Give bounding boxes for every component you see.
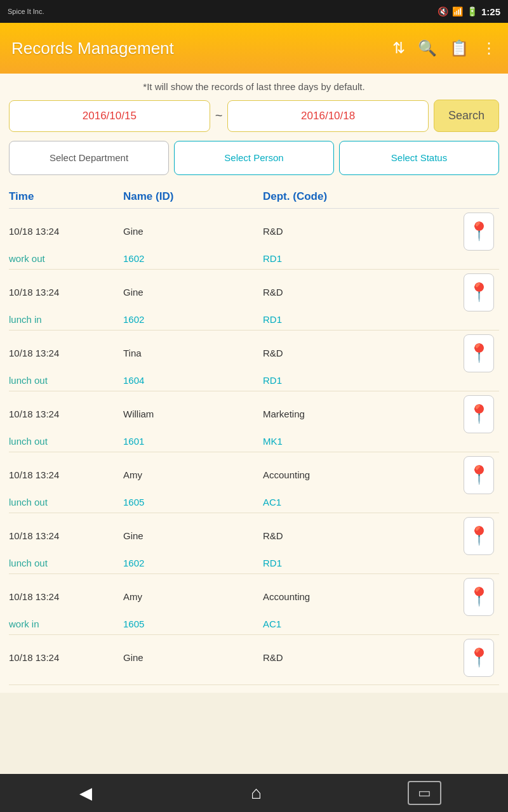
location-button-wrap: 📍 [458, 456, 499, 494]
location-button-wrap: 📍 [458, 273, 499, 311]
record-id: 1604 [123, 375, 263, 386]
back-button[interactable]: ◀ [67, 778, 105, 808]
clipboard-icon[interactable]: 📋 [450, 39, 469, 57]
location-button-wrap: 📍 [458, 213, 499, 251]
location-button-wrap: 📍 [458, 334, 499, 372]
location-button[interactable]: 📍 [464, 213, 494, 251]
record-time: 10/18 13:24 [9, 652, 123, 663]
table-row: 10/18 13:24 Amy Accounting 📍 work in 160… [9, 574, 499, 635]
record-status: lunch in [9, 314, 123, 325]
col-header-name: Name (ID) [123, 190, 263, 203]
location-button[interactable]: 📍 [464, 395, 494, 433]
record-deptcode: MK1 [263, 436, 499, 447]
content-area: *It will show the records of last three … [0, 74, 508, 693]
date-from-input[interactable] [9, 100, 210, 132]
more-icon[interactable]: ⋮ [481, 39, 497, 57]
record-id: 1602 [123, 253, 263, 264]
record-status: lunch out [9, 558, 123, 568]
record-dept: R&D [263, 530, 458, 541]
record-deptcode: AC1 [263, 497, 499, 508]
location-button[interactable]: 📍 [464, 456, 494, 494]
records-list: 10/18 13:24 Gine R&D 📍 work out 1602 RD1… [9, 209, 499, 685]
table-row: 10/18 13:24 Gine R&D 📍 [9, 635, 499, 685]
record-dept: R&D [263, 348, 458, 358]
table-row: 10/18 13:24 Gine R&D 📍 work out 1602 RD1 [9, 209, 499, 270]
record-name: Gine [123, 652, 263, 663]
record-status: work out [9, 253, 123, 264]
search-button[interactable]: Search [434, 100, 499, 132]
record-time: 10/18 13:24 [9, 287, 123, 298]
location-button-wrap: 📍 [458, 395, 499, 433]
col-header-time: Time [9, 190, 123, 203]
table-row: 10/18 13:24 William Marketing 📍 lunch ou… [9, 391, 499, 452]
record-id: 1601 [123, 436, 263, 447]
record-deptcode: RD1 [263, 375, 499, 386]
pin-icon: 📍 [468, 464, 490, 485]
record-name: William [123, 409, 263, 419]
table-row: 10/18 13:24 Amy Accounting 📍 lunch out 1… [9, 452, 499, 513]
record-dept: Accounting [263, 591, 458, 602]
recent-button[interactable]: ▭ [408, 781, 441, 805]
record-name: Gine [123, 287, 263, 298]
record-status: lunch out [9, 436, 123, 447]
record-time: 10/18 13:24 [9, 409, 123, 419]
pin-icon: 📍 [468, 282, 490, 303]
record-id: 1602 [123, 314, 263, 325]
location-button[interactable]: 📍 [464, 517, 494, 555]
record-name: Amy [123, 591, 263, 602]
record-dept: R&D [263, 287, 458, 298]
home-button[interactable]: ⌂ [238, 778, 274, 808]
select-status-button[interactable]: Select Status [339, 141, 499, 175]
location-button[interactable]: 📍 [464, 273, 494, 311]
record-id: 1605 [123, 497, 263, 508]
record-status: lunch out [9, 497, 123, 508]
clock: 1:25 [481, 6, 500, 17]
swap-icon[interactable]: ⇅ [392, 39, 405, 57]
info-text: *It will show the records of last three … [9, 81, 499, 92]
table-row: 10/18 13:24 Tina R&D 📍 lunch out 1604 RD… [9, 331, 499, 391]
top-bar: Records Management ⇅ 🔍 📋 ⋮ [0, 23, 508, 74]
record-id: 1605 [123, 619, 263, 629]
app-name-status: Spice It Inc. [8, 8, 44, 15]
pin-icon: 📍 [468, 221, 490, 242]
mute-icon: 🔇 [438, 6, 448, 16]
wifi-icon: 📶 [452, 6, 463, 16]
record-deptcode: RD1 [263, 253, 499, 264]
bottom-nav: ◀ ⌂ ▭ [0, 774, 508, 812]
record-deptcode: RD1 [263, 558, 499, 568]
table-row: 10/18 13:24 Gine R&D 📍 lunch in 1602 RD1 [9, 270, 499, 331]
record-name: Gine [123, 530, 263, 541]
pin-icon: 📍 [468, 343, 490, 363]
table-row: 10/18 13:24 Gine R&D 📍 lunch out 1602 RD… [9, 513, 499, 574]
record-name: Gine [123, 226, 263, 237]
select-person-button[interactable]: Select Person [174, 141, 334, 175]
pin-icon: 📍 [468, 525, 490, 546]
battery-icon: 🔋 [467, 6, 478, 16]
record-dept: Accounting [263, 469, 458, 480]
record-time: 10/18 13:24 [9, 348, 123, 358]
location-button[interactable]: 📍 [464, 578, 494, 616]
location-button[interactable]: 📍 [464, 639, 494, 677]
record-time: 10/18 13:24 [9, 591, 123, 602]
record-dept: Marketing [263, 409, 458, 419]
record-deptcode: AC1 [263, 619, 499, 629]
record-status: work in [9, 619, 123, 629]
record-deptcode: RD1 [263, 314, 499, 325]
status-bar: Spice It Inc. 🔇 📶 🔋 1:25 [0, 0, 508, 23]
record-time: 10/18 13:24 [9, 226, 123, 237]
pin-icon: 📍 [468, 647, 490, 668]
pin-icon: 📍 [468, 403, 490, 424]
location-button[interactable]: 📍 [464, 334, 494, 372]
search-icon[interactable]: 🔍 [418, 39, 437, 57]
filter-row: Select Department Select Person Select S… [9, 141, 499, 175]
record-time: 10/18 13:24 [9, 530, 123, 541]
date-to-input[interactable] [227, 100, 429, 132]
page-title: Records Management [11, 39, 174, 58]
select-department-button[interactable]: Select Department [9, 141, 169, 175]
location-button-wrap: 📍 [458, 578, 499, 616]
record-name: Amy [123, 469, 263, 480]
pin-icon: 📍 [468, 586, 490, 607]
table-header: Time Name (ID) Dept. (Code) [9, 185, 499, 209]
record-dept: R&D [263, 226, 458, 237]
date-separator: ~ [215, 108, 223, 123]
